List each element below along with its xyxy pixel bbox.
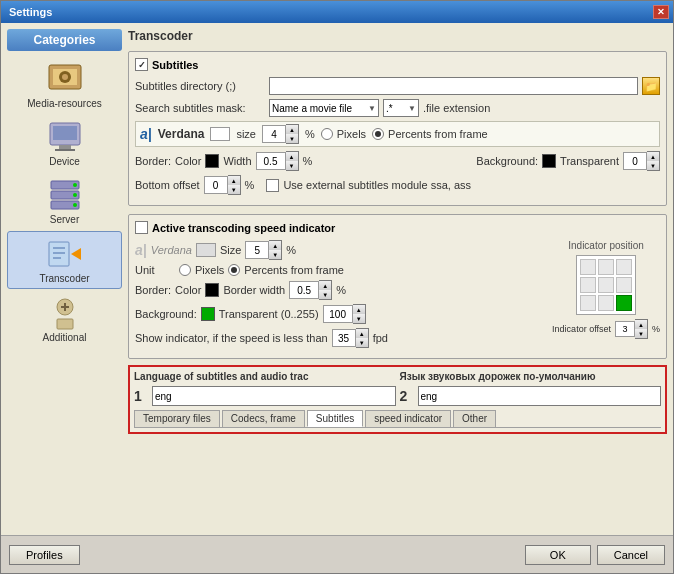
cancel-button[interactable]: Cancel [597,545,665,565]
indicator-bg-row: Background: Transparent (0..255) ▲ ▼ [135,304,544,324]
font-size-down[interactable]: ▼ [286,134,298,143]
search-mask-select[interactable]: Name a movie file ▼ [269,99,379,117]
border-width-spin-buttons: ▲ ▼ [286,151,299,171]
svg-rect-20 [57,319,73,329]
profiles-button[interactable]: Profiles [9,545,80,565]
indicator-font-sample[interactable] [196,243,216,257]
border-width-input[interactable] [256,152,286,170]
indicator-offset-spinner[interactable]: ▲ ▼ [615,319,648,339]
transparent-spinner[interactable]: ▲ ▼ [623,151,660,171]
title-bar-controls: ✕ [653,5,669,19]
tab-codecs-frame[interactable]: Codecs, frame [222,410,305,427]
search-mask-value-select[interactable]: .* ▼ [383,99,419,117]
tab-temporary-files[interactable]: Temporary files [134,410,220,427]
subtitles-checkbox[interactable] [135,58,148,71]
indicator-color-label: Color [175,284,201,296]
sidebar-item-additional[interactable]: Additional [7,291,122,347]
sidebar-item-server[interactable]: Server [7,173,122,229]
lang-input-1[interactable] [152,386,396,406]
search-mask-label: Search subtitles mask: [135,102,265,114]
font-size-spinner[interactable]: ▲ ▼ [262,124,299,144]
tab-other[interactable]: Other [453,410,496,427]
svg-point-12 [73,193,77,197]
bg-color-box[interactable] [542,154,556,168]
tabs-row: Temporary files Codecs, frame Subtitles … [134,410,661,428]
indicator-size-spinner[interactable]: ▲ ▼ [245,240,282,260]
indicator-content: a| Verdana Size ▲ ▼ % [135,240,660,352]
border-width-down[interactable]: ▼ [286,161,298,170]
indicator-cell-ml[interactable] [580,277,596,293]
transparent-down[interactable]: ▼ [647,161,659,170]
font-size-input[interactable] [262,125,286,143]
close-button[interactable]: ✕ [653,5,669,19]
unit-pixels-radio[interactable] [179,264,191,276]
svg-rect-5 [53,126,77,140]
indicator-transparent-up[interactable]: ▲ [353,305,365,314]
indicator-offset-label: Indicator offset [552,324,611,334]
indicator-border-width-spinner[interactable]: ▲ ▼ [289,280,332,300]
indicator-cell-bl[interactable] [580,295,596,311]
indicator-cell-mc[interactable] [598,277,614,293]
bottom-offset-spinner[interactable]: ▲ ▼ [204,175,241,195]
bottom-bar: Profiles OK Cancel [1,535,673,573]
indicator-bg-color-box[interactable] [201,307,215,321]
indicator-border-width-input[interactable] [289,281,319,299]
sidebar-item-media-resources[interactable]: Media-resources [7,57,122,113]
show-indicator-spinner[interactable]: ▲ ▼ [332,328,369,348]
indicator-cell-tc[interactable] [598,259,614,275]
percents-radio[interactable] [372,128,384,140]
speed-indicator-checkbox[interactable] [135,221,148,234]
show-up[interactable]: ▲ [356,329,368,338]
indicator-cell-mr[interactable] [616,277,632,293]
indicator-cell-tr[interactable] [616,259,632,275]
folder-browse-button[interactable]: 📁 [642,77,660,95]
bottom-offset-down[interactable]: ▼ [228,185,240,194]
directory-input[interactable] [269,77,638,95]
indicator-cell-br[interactable] [616,295,632,311]
external-subtitles-checkbox[interactable] [266,179,279,192]
tab-speed-indicator[interactable]: speed indicator [365,410,451,427]
sidebar-item-transcoder[interactable]: Transcoder [7,231,122,289]
indicator-border-color-box[interactable] [205,283,219,297]
border-color-box[interactable] [205,154,219,168]
indicator-size-input[interactable] [245,241,269,259]
indicator-cell-bc[interactable] [598,295,614,311]
unit-percents-radio[interactable] [228,264,240,276]
indicator-offset-input[interactable] [615,321,635,337]
indicator-border-up[interactable]: ▲ [319,281,331,290]
tab-subtitles[interactable]: Subtitles [307,410,363,427]
select-arrow-icon: ▼ [368,104,376,113]
bottom-offset-input[interactable] [204,176,228,194]
transparent-up[interactable]: ▲ [647,152,659,161]
indicator-transparent-input[interactable] [323,305,353,323]
indicator-border-down[interactable]: ▼ [319,290,331,299]
indicator-size-down[interactable]: ▼ [269,250,281,259]
background-label: Background: [476,155,538,167]
bottom-offset-pct: % [245,179,255,191]
indicator-cell-tl[interactable] [580,259,596,275]
language-section: Language of subtitles and audio trac Язы… [128,365,667,434]
font-sample-box[interactable] [210,127,230,141]
indicator-offset-up[interactable]: ▲ [635,320,647,329]
indicator-bg-label: Background: [135,308,197,320]
border-width-spinner[interactable]: ▲ ▼ [256,151,299,171]
indicator-size-up[interactable]: ▲ [269,241,281,250]
unit-label: Unit [135,264,175,276]
indicator-transparent-spinner[interactable]: ▲ ▼ [323,304,366,324]
transparent-input[interactable] [623,152,647,170]
lang-input-2[interactable] [418,386,662,406]
show-indicator-input[interactable] [332,329,356,347]
bottom-offset-up[interactable]: ▲ [228,176,240,185]
lang-num-1: 1 [134,388,148,404]
svg-point-11 [73,183,77,187]
indicator-offset-down[interactable]: ▼ [635,329,647,338]
pixels-radio[interactable] [321,128,333,140]
indicator-transparent-down[interactable]: ▼ [353,314,365,323]
show-down[interactable]: ▼ [356,338,368,347]
sidebar-item-device-label: Device [49,156,80,167]
border-width-up[interactable]: ▲ [286,152,298,161]
ok-button[interactable]: OK [525,545,591,565]
sidebar-item-device[interactable]: Device [7,115,122,171]
font-size-up[interactable]: ▲ [286,125,298,134]
search-mask-row: Search subtitles mask: Name a movie file… [135,99,660,117]
